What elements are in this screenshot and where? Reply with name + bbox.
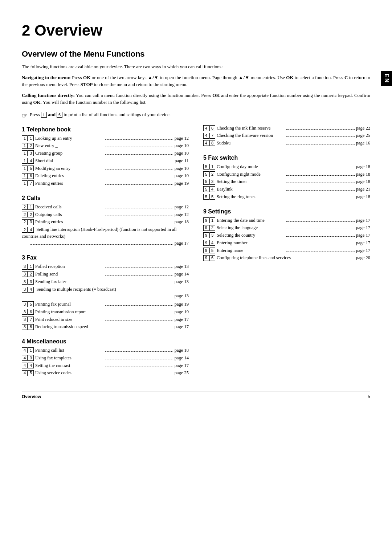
- key-1: 1: [22, 135, 28, 141]
- intro-p3: Calling functions directly: You can call…: [22, 92, 370, 106]
- entry-3-1: 31 Polled receptionpage 13: [22, 263, 189, 270]
- section-calls-title: 2 Calls: [22, 195, 189, 201]
- section-misc-title: 4 Miscellaneous: [22, 338, 189, 345]
- entry-3-8: 38 Reducing transmission speedpage 17: [22, 323, 189, 330]
- entry-1-3: 13 Creating grouppage 10: [22, 150, 189, 157]
- entry-9-4: 94 Entering numberpage 17: [203, 240, 370, 246]
- section-telephone-book: 1 Telephone book 11 Looking up an entryp…: [22, 126, 189, 187]
- entry-5-2: 52 Configuring night modepage 18: [203, 171, 370, 178]
- intro-p1: The following functions are available on…: [22, 63, 370, 70]
- entry-3-2: 32 Polling sendpage 14: [22, 271, 189, 278]
- entry-3-6: 36 Printing transmission reportpage 19: [22, 309, 189, 315]
- entry-5-5: 55 Setting the ring tonespage 18: [203, 193, 370, 200]
- entry-9-1: 91 Entering the date and timepage 17: [203, 217, 370, 224]
- entry-2-2: 22 Outgoing callspage 12: [22, 211, 189, 218]
- right-column: 46 Checking the ink film reservepage 22 …: [203, 125, 370, 385]
- section-settings: 9 Settings 91 Entering the date and time…: [203, 208, 370, 262]
- footer: Overview 5: [22, 392, 370, 399]
- entry-2-1: 21 Received callspage 12: [22, 204, 189, 211]
- section-miscellaneous: 4 Miscellaneous 41 Printing call listpag…: [22, 338, 189, 376]
- section-fax: 3 Fax 31 Polled receptionpage 13 32 Poll…: [22, 254, 189, 330]
- intro-p2: Navigating in the menu: Press OK or one …: [22, 74, 370, 88]
- entry-9-6: 96 Configuring telephone lines and servi…: [203, 254, 370, 261]
- entry-1-2: 12 New entry _page 10: [22, 142, 189, 149]
- entry-3-5: 35 Printing fax journalpage 19: [22, 301, 189, 308]
- entry-4-7: 47 Checking the firmware versionpage 25: [203, 132, 370, 139]
- entry-2-4: 24 Setting line interruption (Hook-Flash…: [22, 226, 189, 246]
- footer-left-label: Overview: [22, 394, 41, 399]
- entry-1-5: 15 Modifying an entrypage 10: [22, 165, 189, 172]
- chapter-title: 2 Overview: [22, 22, 370, 39]
- entry-4-4: 44 Setting the contrastpage 17: [22, 362, 189, 369]
- entry-4-3: 43 Using fax templatespage 14: [22, 355, 189, 362]
- entry-3-3: 33 Sending fax laterpage 13: [22, 278, 189, 285]
- page: EN 2 Overview Overview of the Menu Funct…: [0, 0, 392, 555]
- section-fax-title: 3 Fax: [22, 254, 189, 261]
- en-language-tab: EN: [381, 71, 392, 86]
- tip-icon: ☞: [22, 112, 28, 120]
- entry-9-5: 95 Entering namepage 17: [203, 247, 370, 254]
- entry-1-4: 14 Short dialpage 11: [22, 158, 189, 164]
- entry-3-4: 34 Sending to multiple recipients (= bro…: [22, 286, 189, 300]
- entry-5-4: 54 Easylinkpage 21: [203, 186, 370, 193]
- entry-1-7: 17 Printing entriespage 19: [22, 180, 189, 187]
- entry-4-8: 48 Sudokupage 16: [203, 140, 370, 147]
- entry-2-3: 23 Printing entriespage 18: [22, 219, 189, 225]
- section-fax-switch: 5 Fax switch 51 Configuring day modepage…: [203, 155, 370, 200]
- left-column: 1 Telephone book 11 Looking up an entryp…: [22, 125, 189, 385]
- entry-4-6: 46 Checking the ink film reservepage 22: [203, 125, 370, 132]
- section-title: Overview of the Menu Functions: [22, 49, 370, 59]
- section-settings-title: 9 Settings: [203, 208, 370, 215]
- tip-text: Press i and 6 to print a list of all fun…: [30, 111, 171, 118]
- entry-4-5: 45 Using service codespage 25: [22, 370, 189, 376]
- entry-9-3: 93 Selecting the countrypage 17: [203, 232, 370, 239]
- entry-5-1: 51 Configuring day modepage 18: [203, 163, 370, 170]
- section-fax-switch-title: 5 Fax switch: [203, 155, 370, 161]
- entry-4-1: 41 Printing call listpage 18: [22, 347, 189, 354]
- entry-1-6: 16 Deleting entriespage 10: [22, 172, 189, 179]
- footer-page-number: 5: [368, 394, 370, 399]
- entry-1-1: 11 Looking up an entrypage 12: [22, 135, 189, 142]
- intro-block: The following functions are available on…: [22, 63, 370, 106]
- section-calls: 2 Calls 21 Received callspage 12 22 Outg…: [22, 195, 189, 247]
- entry-5-3: 53 Setting the timerpage 18: [203, 178, 370, 185]
- two-column-layout: 1 Telephone book 11 Looking up an entryp…: [22, 125, 370, 385]
- section-misc-continued: 46 Checking the ink film reservepage 22 …: [203, 125, 370, 147]
- entry-3-7: 37 Print reduced in sizepage 17: [22, 316, 189, 323]
- section-telephone-book-title: 1 Telephone book: [22, 126, 189, 133]
- entry-9-2: 92 Selecting the languagepage 17: [203, 224, 370, 231]
- key-1b: 1: [28, 135, 34, 141]
- tip-box: ☞ Press i and 6 to print a list of all f…: [22, 111, 370, 120]
